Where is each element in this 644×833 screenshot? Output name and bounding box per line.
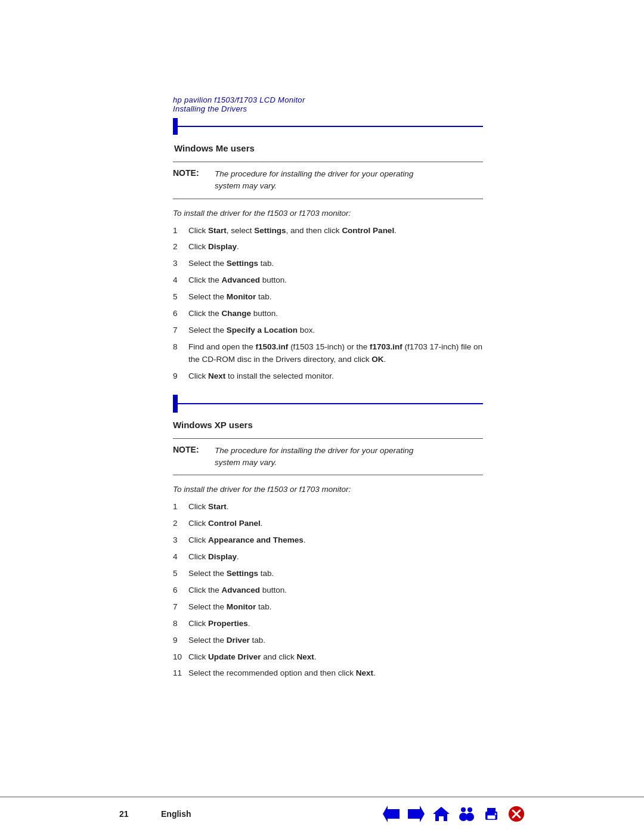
step-xp-6: 6 Click the Advanced button. [173,584,483,597]
svg-rect-9 [487,815,496,819]
step-text: Select the Monitor tab. [188,601,483,614]
step-text: Click Start. [188,501,483,513]
step-text: Click Control Panel. [188,518,483,530]
step-text: Click Update Driver and click Next. [188,651,483,664]
windows-xp-heading: Windows XP users [173,420,483,430]
svg-point-3 [461,807,466,812]
blue-accent-bar [173,118,178,135]
step-text: Select the Monitor tab. [188,291,483,304]
windows-xp-intro: To install the driver for the f1503 or f… [173,485,483,494]
windows-me-note-box: NOTE: The procedure for installing the d… [173,162,483,199]
step-xp-11: 11 Select the recommended option and the… [173,667,483,680]
step-me-6: 6 Click the Change button. [173,308,483,320]
footer-page-number: 21 [119,809,143,819]
step-num: 7 [173,324,188,337]
step-text: Click the Advanced button. [188,274,483,287]
step-text: Select the Settings tab. [188,568,483,580]
note-label-xp: NOTE: [173,445,209,454]
step-num: 5 [173,291,188,304]
step-text: Select the Settings tab. [188,258,483,270]
svg-point-6 [466,813,474,821]
back-arrow-icon[interactable] [383,806,400,822]
footer-language: English [143,809,191,819]
step-text: Click the Change button. [188,308,483,320]
step-num: 2 [173,518,188,530]
svg-marker-1 [408,806,425,822]
windows-me-intro: To install the driver for the f1503 or f… [173,209,483,218]
step-me-5: 5 Select the Monitor tab. [173,291,483,304]
step-me-2: 2 Click Display. [173,241,483,253]
step-text: Click Properties. [188,618,483,630]
step-num: 11 [173,667,188,680]
step-text: Find and open the f1503.inf (f1503 15-in… [188,341,483,366]
svg-point-11 [495,813,497,815]
search-icon[interactable] [458,806,475,822]
print-icon[interactable] [483,806,500,822]
step-me-4: 4 Click the Advanced button. [173,274,483,287]
step-num: 5 [173,568,188,580]
breadcrumb-line1: hp pavilion f1503/f1703 LCD Monitor [173,95,483,104]
svg-rect-8 [487,808,496,813]
home-icon[interactable] [433,806,450,822]
windows-me-steps: 1 Click Start, select Settings, and then… [173,225,483,383]
step-num: 9 [173,634,188,647]
step-me-1: 1 Click Start, select Settings, and then… [173,225,483,237]
step-me-7: 7 Select the Specify a Location box. [173,324,483,337]
step-text: Click Display. [188,551,483,563]
step-me-8: 8 Find and open the f1503.inf (f1503 15-… [173,341,483,366]
step-num: 3 [173,534,188,547]
step-text: Click Start, select Settings, and then c… [188,225,483,237]
windows-xp-note-box: NOTE: The procedure for installing the d… [173,438,483,476]
note-label-me: NOTE: [173,168,209,178]
svg-point-4 [467,807,472,812]
windows-me-heading: Windows Me users [173,143,483,153]
step-num: 1 [173,225,188,237]
header-divider [173,118,483,135]
step-text: Select the Driver tab. [188,634,483,647]
step-text: Click Appearance and Themes. [188,534,483,547]
xp-blue-bar [173,395,178,413]
forward-arrow-icon[interactable] [408,806,425,822]
svg-marker-2 [433,807,450,821]
step-me-3: 3 Select the Settings tab. [173,258,483,270]
close-icon[interactable] [508,806,525,822]
svg-marker-0 [383,806,400,822]
content-area: hp pavilion f1503/f1703 LCD Monitor Inst… [54,0,590,751]
step-num: 3 [173,258,188,270]
step-text: Select the recommended option and then c… [188,667,483,680]
page-container: hp pavilion f1503/f1703 LCD Monitor Inst… [0,0,644,833]
step-text: Click the Advanced button. [188,584,483,597]
breadcrumb: hp pavilion f1503/f1703 LCD Monitor Inst… [173,95,483,113]
step-xp-7: 7 Select the Monitor tab. [173,601,483,614]
step-num: 6 [173,584,188,597]
header-rule [178,126,483,127]
step-text: Select the Specify a Location box. [188,324,483,337]
step-text: Click Next to install the selected monit… [188,370,483,383]
step-num: 8 [173,618,188,630]
step-xp-8: 8 Click Properties. [173,618,483,630]
note-text-xp: The procedure for installing the driver … [215,445,413,469]
step-xp-9: 9 Select the Driver tab. [173,634,483,647]
step-xp-5: 5 Select the Settings tab. [173,568,483,580]
footer-icons [383,806,525,822]
step-num: 8 [173,341,188,354]
step-num: 1 [173,501,188,513]
step-xp-4: 4 Click Display. [173,551,483,563]
step-text: Click Display. [188,241,483,253]
step-xp-3: 3 Click Appearance and Themes. [173,534,483,547]
step-num: 4 [173,274,188,287]
xp-section-rule [173,395,483,413]
xp-rule-line [178,403,483,404]
step-num: 7 [173,601,188,614]
step-xp-1: 1 Click Start. [173,501,483,513]
footer: 21 English [0,797,644,833]
step-me-9: 9 Click Next to install the selected mon… [173,370,483,383]
note-text-me: The procedure for installing the driver … [215,168,413,193]
step-xp-10: 10 Click Update Driver and click Next. [173,651,483,664]
step-num: 6 [173,308,188,320]
step-num: 10 [173,651,188,664]
step-num: 4 [173,551,188,563]
breadcrumb-line2: Installing the Drivers [173,104,483,113]
step-num: 2 [173,241,188,253]
step-num: 9 [173,370,188,383]
